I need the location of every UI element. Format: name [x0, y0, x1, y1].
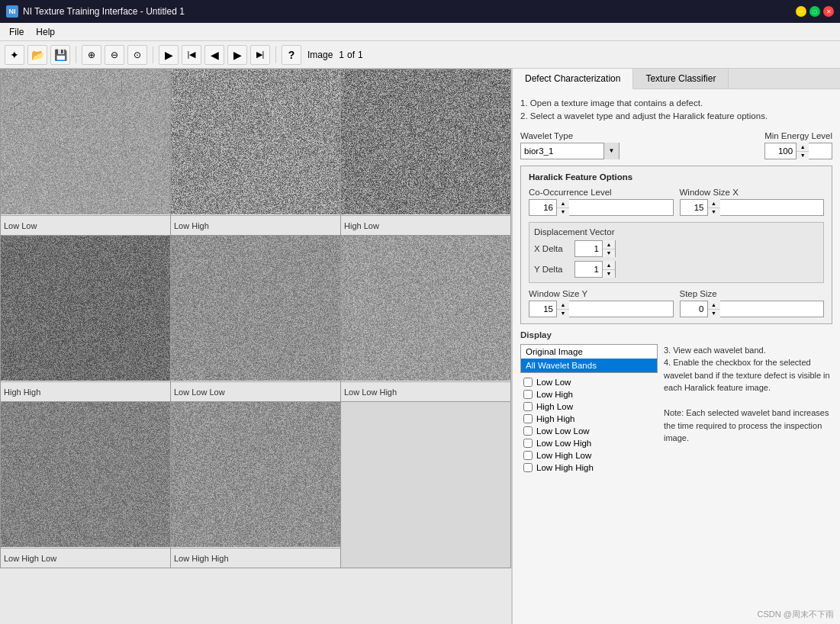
- first-button[interactable]: |◀: [182, 45, 201, 65]
- checkbox-lowlow[interactable]: Low Low: [520, 376, 658, 388]
- zoom-out-button[interactable]: ⊖: [105, 45, 124, 65]
- help-menu[interactable]: Help: [30, 25, 61, 39]
- min-energy-up[interactable]: ▲: [797, 143, 809, 151]
- checkbox-lowlowlow-input[interactable]: [523, 426, 533, 436]
- image-cell-lowhighlow[interactable]: Low High Low: [1, 402, 171, 568]
- prev-button[interactable]: ◀: [204, 45, 224, 65]
- window-size-x-spinner[interactable]: ▲ ▼: [680, 199, 825, 216]
- x-delta-row: X Delta ▲ ▼: [534, 240, 819, 257]
- main-content: Low Low Low High High Low High High: [0, 69, 840, 624]
- displacement-section: Displacement Vector X Delta ▲ ▼: [529, 222, 824, 283]
- wavelet-dropdown-arrow[interactable]: ▼: [603, 143, 619, 159]
- checkbox-highhigh-input[interactable]: [523, 414, 533, 423]
- checkbox-lowhigh-input[interactable]: [523, 390, 533, 399]
- min-energy-spinner-btns: ▲ ▼: [796, 143, 809, 159]
- x-delta-btns: ▲ ▼: [602, 240, 615, 257]
- image-cell-lowhighhigh[interactable]: Low High High: [171, 402, 341, 568]
- window-size-y-value[interactable]: [529, 301, 556, 317]
- y-delta-up[interactable]: ▲: [603, 261, 615, 269]
- title-bar: NI NI Texture Training Interface - Untit…: [0, 0, 840, 23]
- co-occurrence-down[interactable]: ▼: [557, 207, 569, 216]
- y-delta-spinner[interactable]: ▲ ▼: [574, 261, 616, 278]
- checkbox-highlow[interactable]: High Low: [520, 400, 658, 413]
- image-cell-highhigh[interactable]: High High: [1, 236, 171, 402]
- image-cell-lowlowhigh[interactable]: Low Low High: [341, 236, 511, 402]
- window-size-x-up[interactable]: ▲: [708, 199, 720, 207]
- window-size-x-btns: ▲ ▼: [707, 199, 720, 216]
- x-delta-up[interactable]: ▲: [603, 240, 615, 249]
- window-size-y-down[interactable]: ▼: [557, 309, 569, 317]
- defect-tab-content: 1. Open a texture image that contains a …: [513, 89, 840, 609]
- y-delta-value[interactable]: [575, 262, 602, 277]
- checkbox-lowhighhigh-input[interactable]: [523, 463, 533, 472]
- checkbox-highhigh[interactable]: High High: [520, 413, 658, 425]
- window-size-y-group: Window Size Y ▲ ▼: [529, 289, 674, 317]
- co-occurrence-label: Co-Occurrence Level: [529, 188, 674, 197]
- image-cell-lowlow[interactable]: Low Low: [1, 69, 171, 236]
- min-energy-label: Min Energy Level: [764, 131, 832, 140]
- step-size-down[interactable]: ▼: [708, 309, 720, 317]
- wavelet-type-select[interactable]: bior3_1 ▼: [520, 143, 620, 159]
- display-label: Display: [520, 330, 832, 339]
- haralick-title: Haralick Feature Options: [529, 172, 824, 182]
- min-energy-spinner[interactable]: ▲ ▼: [764, 143, 832, 159]
- x-delta-value[interactable]: [575, 241, 602, 256]
- window-size-x-label: Window Size X: [680, 188, 825, 197]
- checkbox-list: Low Low Low High High Low: [520, 376, 658, 474]
- y-delta-down[interactable]: ▼: [603, 269, 615, 278]
- checkbox-lowlowlow[interactable]: Low Low Low: [520, 425, 658, 437]
- toolbar: ✦ 📂 💾 ⊕ ⊖ ⊙ ▶ |◀ ◀ ▶ ▶| ? Image 1 of 1: [0, 41, 840, 69]
- x-delta-down[interactable]: ▼: [603, 249, 615, 257]
- min-energy-value[interactable]: [765, 143, 796, 159]
- display-all-bands[interactable]: All Wavelet Bands: [521, 359, 657, 372]
- save-button[interactable]: 💾: [50, 45, 70, 65]
- tab-defect[interactable]: Defect Characterization: [513, 69, 633, 89]
- co-occurrence-value[interactable]: [529, 200, 556, 215]
- display-original[interactable]: Original Image: [521, 345, 657, 359]
- checkbox-lowlowhigh-input[interactable]: [523, 439, 533, 448]
- step-size-up[interactable]: ▲: [708, 301, 720, 309]
- image-cell-lowlowlow[interactable]: Low Low Low: [171, 236, 341, 402]
- window-size-x-down[interactable]: ▼: [708, 207, 720, 216]
- checkbox-highlow-input[interactable]: [523, 402, 533, 411]
- co-occurrence-spinner[interactable]: ▲ ▼: [529, 199, 674, 216]
- instructions: 1. Open a texture image that contains a …: [520, 97, 832, 124]
- close-button[interactable]: ✕: [823, 6, 834, 17]
- help-button[interactable]: ?: [282, 45, 301, 65]
- checkbox-lowhigh[interactable]: Low High: [520, 388, 658, 400]
- haralick-bottom: Window Size Y ▲ ▼ Step Size: [529, 289, 824, 317]
- new-button[interactable]: ✦: [5, 45, 24, 65]
- window-size-x-value[interactable]: [681, 200, 707, 215]
- step-size-value[interactable]: [681, 301, 707, 317]
- app-icon: NI: [6, 5, 18, 18]
- checkbox-lowhighhigh[interactable]: Low High High: [520, 462, 658, 474]
- next-button[interactable]: ▶: [227, 45, 247, 65]
- display-left: Original Image All Wavelet Bands Low Low: [520, 344, 658, 474]
- window-size-y-up[interactable]: ▲: [557, 301, 569, 309]
- open-button[interactable]: 📂: [27, 45, 47, 65]
- checkbox-lowlow-input[interactable]: [523, 378, 533, 387]
- x-delta-spinner[interactable]: ▲ ▼: [574, 240, 616, 257]
- window-size-y-spinner[interactable]: ▲ ▼: [529, 301, 674, 317]
- file-menu[interactable]: File: [3, 25, 30, 39]
- co-occurrence-up[interactable]: ▲: [557, 199, 569, 207]
- min-energy-down[interactable]: ▼: [797, 151, 809, 159]
- maximize-button[interactable]: □: [809, 6, 820, 17]
- image-label-lowhighlow: Low High Low: [1, 548, 170, 568]
- tab-texture[interactable]: Texture Classifier: [633, 69, 729, 88]
- zoom-fit-button[interactable]: ⊙: [127, 45, 147, 65]
- checkbox-lowhighlow[interactable]: Low High Low: [520, 449, 658, 462]
- step-size-spinner[interactable]: ▲ ▼: [680, 301, 825, 317]
- haralick-top: Co-Occurrence Level ▲ ▼ Window Size X: [529, 188, 824, 216]
- image-of-label: of: [347, 50, 355, 60]
- image-cell-highlow[interactable]: High Low: [341, 69, 511, 236]
- image-cell-lowhigh[interactable]: Low High: [171, 69, 341, 236]
- minimize-button[interactable]: ─: [796, 6, 806, 17]
- co-occurrence-btns: ▲ ▼: [556, 199, 569, 216]
- zoom-in-button[interactable]: ⊕: [82, 45, 101, 65]
- checkbox-lowhighlow-input[interactable]: [523, 451, 533, 460]
- display-list[interactable]: Original Image All Wavelet Bands: [520, 344, 658, 373]
- last-button[interactable]: ▶|: [250, 45, 270, 65]
- checkbox-lowlowhigh[interactable]: Low Low High: [520, 437, 658, 449]
- play-button[interactable]: ▶: [159, 45, 179, 65]
